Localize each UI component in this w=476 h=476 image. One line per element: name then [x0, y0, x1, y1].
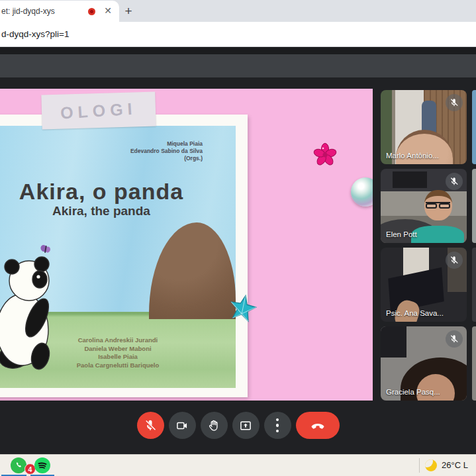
book-organizers: Miquela Piaia Edevandro Sabino da Silva …: [130, 140, 203, 162]
participant-name: Psic. Ana Sava...: [386, 309, 444, 317]
iridescent-ball-gem: [351, 177, 373, 207]
whatsapp-icon[interactable]: [11, 457, 26, 473]
weather-widget[interactable]: 26°C L: [442, 460, 468, 470]
flower-gem-icon: [312, 142, 338, 167]
partial-tile[interactable]: [472, 248, 476, 322]
washi-tape: OLOGI: [41, 92, 156, 130]
dark-panel: [381, 326, 406, 357]
partial-tile[interactable]: [472, 90, 476, 164]
book-subtitle: Akira, the panda: [0, 204, 211, 218]
shared-screen-presentation: Miquela Piaia Edevandro Sabino da Silva …: [0, 89, 373, 401]
book-cover-art: Miquela Piaia Edevandro Sabino da Silva …: [0, 126, 236, 388]
more-options-icon: [276, 418, 279, 433]
windows-taskbar: 4 26°C L: [0, 454, 476, 476]
tab-title: et: jid-dyqd-xys: [1, 7, 84, 16]
meet-top-strip: [0, 47, 476, 54]
mic-off-icon: [446, 252, 463, 269]
more-options-button[interactable]: [264, 412, 291, 439]
recording-indicator-icon: [88, 8, 95, 15]
participant-tile[interactable]: Graciela Pasq...: [381, 326, 467, 401]
participant-tile[interactable]: Elen Pott: [381, 169, 467, 243]
mic-off-icon: [446, 173, 463, 190]
participant-name: Marlo Antônio...: [386, 152, 439, 160]
mic-off-icon: [446, 330, 463, 348]
mic-off-button[interactable]: [137, 412, 164, 439]
partial-tile[interactable]: [472, 326, 476, 401]
glasses: [426, 202, 450, 209]
panda-illustration: [0, 256, 61, 372]
mic-off-icon: [446, 94, 463, 111]
moon-weather-icon: [425, 459, 437, 471]
call-controls: [0, 412, 476, 439]
butterfly-illustration: [40, 244, 52, 256]
star-gem-icon: [228, 293, 258, 323]
book-title: Akira, o panda: [0, 179, 211, 205]
camera-button[interactable]: [169, 412, 196, 439]
participant-name: Graciela Pasq...: [386, 388, 440, 396]
raise-hand-button[interactable]: [201, 412, 228, 439]
taskbar-divider: [419, 458, 420, 473]
meet-toolbar-band: [0, 54, 476, 77]
tape-text: OLOGI: [60, 99, 137, 122]
spotify-icon[interactable]: [34, 457, 50, 473]
url-text: d-dyqd-xys?pli=1: [0, 29, 69, 39]
present-screen-button[interactable]: [232, 412, 260, 439]
partial-tile[interactable]: [472, 169, 476, 243]
browser-tab[interactable]: et: jid-dyqd-xys ✕: [0, 1, 119, 22]
address-bar[interactable]: d-dyqd-xys?pli=1: [0, 22, 476, 47]
participant-tile[interactable]: Marlo Antônio...: [381, 90, 467, 164]
book-cover-page: Miquela Piaia Edevandro Sabino da Silva …: [0, 115, 248, 397]
teal-shirt: [411, 226, 464, 243]
tv-screen: [393, 171, 427, 188]
hill-illustration: [149, 222, 236, 319]
new-tab-button[interactable]: +: [119, 4, 138, 20]
participant-tile[interactable]: Psic. Ana Sava...: [381, 248, 467, 322]
participant-name: Elen Pott: [386, 230, 417, 238]
end-call-button[interactable]: [296, 412, 340, 439]
tab-strip: et: jid-dyqd-xys ✕ +: [0, 0, 476, 22]
tab-close-icon[interactable]: ✕: [102, 5, 114, 17]
